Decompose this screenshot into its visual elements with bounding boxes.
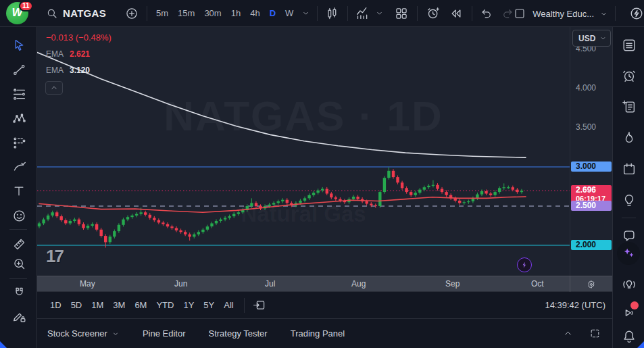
candle-body — [219, 220, 222, 221]
range-3m[interactable]: 3M — [108, 298, 130, 312]
symbol-search-button[interactable]: NATGAS — [41, 3, 112, 24]
candle-body — [130, 216, 133, 217]
tab-pine-editor[interactable]: Pine Editor — [143, 328, 186, 339]
watchlist-button[interactable] — [619, 35, 639, 55]
layout-name-button[interactable]: Wealthy Educ... — [530, 3, 611, 24]
quick-action-button[interactable] — [620, 3, 644, 24]
candle-body — [272, 203, 275, 204]
ema-slow-row[interactable]: EMA 3.120 — [46, 66, 112, 75]
range-all[interactable]: All — [219, 298, 238, 312]
maximize-panel-button[interactable] — [587, 323, 603, 345]
timeframe-15m[interactable]: 15m — [173, 3, 199, 24]
alert-button[interactable] — [422, 3, 445, 24]
timeframe-1d[interactable]: D — [265, 3, 280, 24]
range-5d[interactable]: 5D — [66, 298, 87, 312]
chart-canvas[interactable] — [37, 27, 570, 276]
candle-body — [153, 218, 155, 220]
emoji-tool[interactable] — [9, 206, 29, 225]
measure-tool[interactable] — [9, 234, 29, 253]
calendar-button[interactable] — [619, 159, 639, 179]
cursor-tool[interactable] — [9, 36, 29, 55]
hotlists-button[interactable] — [619, 128, 639, 148]
indicator-templates-button[interactable] — [372, 3, 386, 24]
legend-collapse-button[interactable] — [45, 81, 63, 95]
currency-dropdown[interactable]: USD — [572, 30, 611, 47]
range-1d[interactable]: 1D — [45, 298, 66, 312]
alerts-button[interactable] — [619, 66, 639, 86]
symbol-name: NATGAS — [63, 7, 106, 19]
candle-body — [250, 203, 253, 206]
candle-body — [64, 220, 67, 224]
lightning-badge[interactable] — [517, 257, 532, 272]
pattern-icon — [12, 111, 26, 126]
chart-pane[interactable]: NATGAS · 1D Natural Gas 17 −0.013 (−0.48… — [37, 27, 570, 276]
layout-save-button[interactable] — [510, 3, 530, 24]
candle-body — [316, 191, 319, 193]
range-1m[interactable]: 1M — [86, 298, 108, 312]
bottom-panel: Stock Screener Pine Editor Strategy Test… — [37, 318, 612, 348]
timeframe-1h[interactable]: 1h — [226, 3, 245, 24]
zoom-in-tool[interactable] — [9, 254, 29, 273]
fib-retracement-tool[interactable] — [9, 84, 29, 103]
candle-body — [405, 188, 407, 192]
pattern-tool[interactable] — [9, 109, 29, 128]
go-to-date-button[interactable] — [250, 295, 269, 316]
candle-body — [423, 187, 426, 190]
range-ytd[interactable]: YTD — [151, 298, 178, 312]
ai-assistant-button[interactable] — [617, 242, 640, 265]
streams-button[interactable] — [619, 274, 639, 295]
candle-body — [485, 191, 487, 194]
compare-add-button[interactable] — [121, 3, 143, 24]
brush-tool[interactable] — [9, 157, 29, 176]
range-5y[interactable]: 5Y — [199, 298, 219, 312]
timeframe-30m[interactable]: 30m — [199, 3, 226, 24]
candle-body — [82, 224, 84, 228]
utc-clock[interactable]: 14:39:42 (UTC) — [545, 300, 605, 310]
candle-body — [520, 191, 523, 192]
candle-body — [321, 189, 324, 191]
timeframe-4h[interactable]: 4h — [245, 3, 264, 24]
chevron-up-icon — [50, 84, 58, 92]
tab-trading-panel[interactable]: Trading Panel — [291, 328, 345, 339]
pane-corner-hint — [637, 341, 644, 348]
indicators-button[interactable] — [352, 3, 372, 24]
axis-settings-button[interactable] — [570, 276, 612, 292]
forecast-tool[interactable] — [9, 133, 29, 152]
candle-body — [401, 182, 403, 188]
candle-body — [228, 216, 230, 218]
time-tick-label: Oct — [531, 279, 544, 289]
text-tool[interactable] — [9, 182, 29, 201]
replay-button[interactable] — [445, 3, 468, 24]
candle-body — [237, 212, 240, 214]
range-1y[interactable]: 1Y — [178, 298, 199, 312]
notifications-button[interactable] — [619, 326, 639, 347]
alarm-plus-icon — [426, 6, 441, 20]
candle-body — [493, 192, 496, 195]
timeframe-menu-button[interactable] — [298, 3, 313, 24]
cursor-icon — [12, 39, 26, 53]
news-button[interactable] — [619, 97, 639, 117]
candle-body — [95, 224, 98, 230]
ideas-button[interactable] — [619, 190, 639, 210]
candle-body — [489, 193, 492, 195]
ema-fast-row[interactable]: EMA 2.621 — [46, 49, 112, 59]
time-axis[interactable]: MayJunJulAugSepOct — [37, 276, 612, 292]
trend-line-tool[interactable] — [9, 60, 29, 79]
tab-strategy-tester[interactable]: Strategy Tester — [208, 328, 267, 339]
price-axis[interactable]: USD 4.5004.0003.5003.0002.69606:19:172.5… — [570, 27, 612, 276]
edit-lock-tool[interactable] — [9, 307, 29, 326]
layout-grid-button[interactable] — [390, 3, 413, 24]
timeframe-1w[interactable]: W — [280, 3, 298, 24]
tradingview-logo-watermark: 17 — [46, 246, 63, 267]
undo-button[interactable] — [476, 3, 497, 24]
chart-style-button[interactable] — [322, 3, 343, 24]
range-6m[interactable]: 6M — [130, 298, 151, 312]
price-level-chip: 2.500 — [571, 201, 612, 211]
magnet-tool[interactable] — [9, 283, 29, 302]
tab-stock-screener[interactable]: Stock Screener — [47, 328, 120, 339]
account-logo[interactable]: W 11 — [0, 0, 37, 27]
price-tick-label: 3.500 — [570, 122, 613, 132]
timeframe-5m[interactable]: 5m — [151, 3, 173, 24]
candle-body — [383, 178, 386, 192]
expand-panel-button[interactable] — [560, 323, 576, 345]
